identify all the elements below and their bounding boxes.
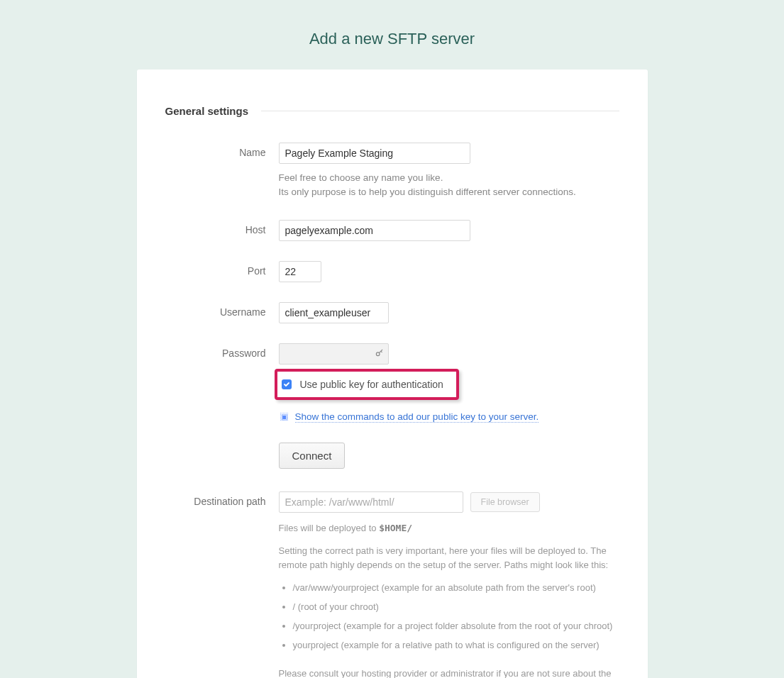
deployed-path: $HOME/ (379, 523, 412, 533)
page-title: Add a new SFTP server (0, 0, 784, 70)
username-input[interactable] (279, 302, 389, 323)
row-password: Password Use public key for authenticati… (165, 343, 619, 469)
pubkey-highlight: Use public key for authentication (275, 369, 459, 400)
row-username: Username (165, 302, 619, 323)
host-input[interactable] (279, 220, 470, 241)
file-browser-button[interactable]: File browser (470, 492, 540, 512)
name-input[interactable] (279, 143, 470, 164)
pubkey-checkbox[interactable] (282, 379, 292, 389)
name-help-2: Its only purpose is to help you distingu… (279, 185, 619, 199)
port-input[interactable] (279, 261, 321, 282)
label-host: Host (165, 220, 279, 241)
row-host: Host (165, 220, 619, 241)
path-example-2: /yourproject (example for a project fold… (293, 621, 619, 633)
label-name: Name (165, 143, 279, 200)
name-help: Feel free to choose any name you like. I… (279, 171, 619, 200)
row-destination: Destination path File browser Files will… (165, 491, 619, 679)
label-username: Username (165, 302, 279, 323)
deployed-to: Files will be deployed to $HOME/ (279, 521, 619, 535)
show-commands-row: ▣ Show the commands to add our public ke… (279, 411, 619, 423)
pubkey-label: Use public key for authentication (300, 379, 443, 390)
show-commands-link[interactable]: Show the commands to add our public key … (295, 411, 539, 423)
dest-help-2: Please consult your hosting provider or … (279, 667, 619, 678)
path-example-3: yourproject (example for a relative path… (293, 640, 619, 652)
key-icon (375, 348, 385, 360)
label-password: Password (165, 343, 279, 469)
row-port: Port (165, 261, 619, 282)
divider (261, 111, 619, 111)
expand-icon[interactable]: ▣ (280, 413, 288, 421)
form-panel: General settings Name Feel free to choos… (137, 70, 648, 678)
label-port: Port (165, 261, 279, 282)
destination-input[interactable] (279, 491, 463, 513)
connect-button[interactable]: Connect (279, 443, 346, 469)
name-help-1: Feel free to choose any name you like. (279, 171, 619, 185)
label-destination: Destination path (165, 491, 279, 679)
row-name: Name Feel free to choose any name you li… (165, 143, 619, 200)
path-examples-list: /var/www/yourproject (example for an abs… (279, 582, 619, 652)
path-example-1: / (root of your chroot) (293, 601, 619, 613)
password-input[interactable] (279, 343, 389, 365)
deployed-prefix: Files will be deployed to (279, 523, 380, 533)
dest-help-1: Setting the correct path is very importa… (279, 544, 619, 572)
path-example-0: /var/www/yourproject (example for an abs… (293, 582, 619, 594)
section-title: General settings (165, 105, 249, 117)
section-header-general: General settings (165, 105, 619, 117)
